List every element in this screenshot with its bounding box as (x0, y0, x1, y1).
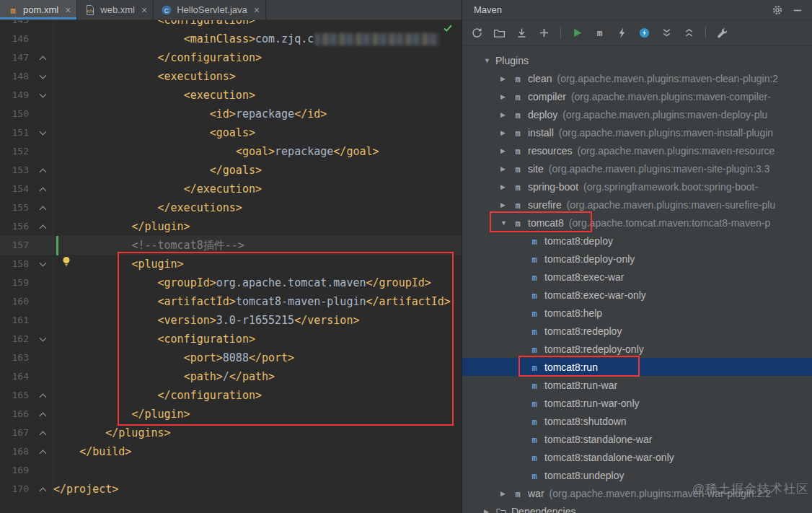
expand-all-button[interactable] (661, 27, 673, 39)
code-text[interactable]: <artifactId>tomcat8-maven-plugin</artifa… (53, 292, 451, 311)
code-text[interactable]: </project> (53, 480, 118, 499)
code-text[interactable]: </goals> (53, 161, 262, 180)
code-text[interactable]: <executions> (53, 67, 236, 86)
tree-collapsed-icon[interactable]: ▶ (499, 490, 512, 497)
maven-node-clean[interactable]: ▶mclean(org.apache.maven.plugins:maven-c… (462, 69, 812, 87)
code-text[interactable]: </build> (53, 442, 131, 461)
maven-node-spring-boot[interactable]: ▶mspring-boot(org.springframework.boot:s… (462, 177, 812, 196)
maven-node-tomcat8-shutdown[interactable]: mtomcat8:shutdown (462, 412, 812, 430)
fold-end-icon[interactable] (40, 225, 47, 232)
fold-start-icon[interactable] (40, 72, 47, 79)
tab-close-icon[interactable]: × (141, 5, 147, 15)
toggle-offline-button[interactable] (616, 27, 628, 39)
run-build-button[interactable] (571, 27, 583, 39)
fold-end-icon[interactable] (40, 188, 47, 195)
code-text[interactable]: <mainClass>com.zjq.c (53, 30, 441, 48)
tree-collapsed-icon[interactable]: ▶ (482, 508, 495, 513)
inspections-ok-icon[interactable] (442, 22, 454, 34)
fold-end-icon[interactable] (40, 169, 47, 176)
tab-close-icon[interactable]: × (65, 5, 71, 15)
tree-collapsed-icon[interactable]: ▶ (499, 147, 512, 154)
tree-collapsed-icon[interactable]: ▶ (499, 111, 512, 118)
maven-node-Dependencies[interactable]: ▶Dependencies (462, 502, 812, 513)
maven-node-surefire[interactable]: ▶msurefire(org.apache.maven.plugins:mave… (462, 196, 812, 214)
fold-gutter[interactable] (35, 480, 53, 499)
code-text[interactable]: </plugin> (53, 217, 190, 236)
code-text[interactable]: <plugin> (53, 255, 184, 273)
code-text[interactable]: <configuration> (53, 20, 255, 30)
maven-node-tomcat8-exec-war[interactable]: mtomcat8:exec-war (462, 268, 812, 286)
fold-gutter[interactable] (35, 86, 53, 105)
maven-node-tomcat8-standalone-war-only[interactable]: mtomcat8:standalone-war-only (462, 448, 812, 466)
code-text[interactable]: </execution> (53, 180, 262, 198)
add-maven-project-button[interactable] (538, 27, 550, 39)
execute-goal-button[interactable]: m (593, 27, 606, 39)
fold-end-icon[interactable] (40, 431, 47, 439)
fold-end-icon[interactable] (40, 413, 47, 420)
fold-end-icon[interactable] (40, 206, 47, 214)
maven-node-deploy[interactable]: ▶mdeploy(org.apache.maven.plugins:maven-… (462, 105, 812, 123)
editor[interactable]: 145 <configuration>146 <mainClass>com.zj… (0, 20, 462, 513)
fold-start-icon[interactable] (40, 128, 47, 136)
maven-node-Plugins[interactable]: ▼Plugins (462, 51, 812, 69)
maven-settings-button[interactable] (716, 27, 728, 39)
tree-collapsed-icon[interactable]: ▶ (499, 165, 512, 172)
maven-node-compiler[interactable]: ▶mcompiler(org.apache.maven.plugins:mave… (462, 87, 812, 105)
fold-end-icon[interactable] (40, 394, 47, 401)
skip-tests-button[interactable] (638, 27, 650, 39)
fold-end-icon[interactable] (40, 450, 47, 457)
code-text[interactable]: <configuration> (53, 330, 255, 348)
fold-gutter[interactable] (35, 442, 53, 461)
fold-start-icon[interactable] (40, 335, 47, 342)
download-sources-button[interactable] (516, 27, 528, 39)
maven-node-tomcat8-run-war-only[interactable]: mtomcat8:run-war-only (462, 394, 812, 412)
maven-node-resources[interactable]: ▶mresources(org.apache.maven.plugins:mav… (462, 141, 812, 159)
fold-gutter[interactable] (35, 198, 53, 217)
settings-gear-icon[interactable] (772, 4, 783, 16)
tree-collapsed-icon[interactable]: ▶ (499, 75, 512, 82)
generate-sources-button[interactable] (493, 27, 506, 39)
maven-node-tomcat8-help[interactable]: mtomcat8:help (462, 304, 812, 322)
code-text[interactable]: </plugins> (53, 424, 171, 442)
maven-node-site[interactable]: ▶msite(org.apache.maven.plugins:maven-si… (462, 159, 812, 177)
fold-start-icon[interactable] (40, 91, 47, 98)
code-text[interactable]: <!--tomcat8插件--> (53, 236, 244, 255)
maven-node-tomcat8-run-war[interactable]: mtomcat8:run-war (462, 376, 812, 394)
fold-gutter[interactable] (35, 67, 53, 86)
editor-tab-pom-xml[interactable]: mpom.xml× (0, 0, 77, 19)
editor-tab-HelloServlet-java[interactable]: CHelloServlet.java× (154, 0, 266, 19)
reimport-button[interactable] (471, 27, 483, 39)
code-text[interactable]: <port>8088</port> (53, 348, 294, 367)
code-text[interactable]: </executions> (53, 198, 242, 217)
tree-expanded-icon[interactable]: ▼ (499, 219, 512, 227)
code-text[interactable]: <groupId>org.apache.tomcat.maven</groupI… (53, 273, 431, 292)
tab-close-icon[interactable]: × (254, 5, 260, 15)
hide-icon[interactable] (792, 4, 803, 16)
maven-node-tomcat8-deploy-only[interactable]: mtomcat8:deploy-only (462, 250, 812, 268)
maven-node-tomcat8-redeploy-only[interactable]: mtomcat8:redeploy-only (462, 340, 812, 358)
code-text[interactable]: <id>repackage</id> (53, 105, 327, 123)
tree-expanded-icon[interactable]: ▼ (482, 57, 495, 64)
code-text[interactable]: </plugin> (53, 405, 190, 424)
maven-node-tomcat8[interactable]: ▼mtomcat8(org.apache.tomcat.maven:tomcat… (462, 214, 812, 232)
fold-start-icon[interactable] (40, 260, 47, 267)
maven-node-tomcat8-deploy[interactable]: mtomcat8:deploy (462, 232, 812, 250)
fold-gutter[interactable] (35, 424, 53, 442)
intention-bulb-icon[interactable] (61, 255, 72, 267)
code-text[interactable]: <goals> (53, 123, 255, 142)
code-text[interactable]: <goal>repackage</goal> (53, 142, 379, 161)
maven-node-tomcat8-exec-war-only[interactable]: mtomcat8:exec-war-only (462, 286, 812, 304)
fold-gutter[interactable] (35, 161, 53, 180)
fold-gutter[interactable] (35, 386, 53, 405)
code-text[interactable]: <execution> (53, 86, 255, 105)
fold-gutter[interactable] (35, 217, 53, 236)
code-text[interactable]: <version>3.0-r1655215</version> (53, 311, 359, 330)
fold-gutter[interactable] (35, 330, 53, 348)
code-text[interactable]: <path>/</path> (53, 367, 275, 386)
tree-collapsed-icon[interactable]: ▶ (499, 201, 512, 209)
fold-gutter[interactable] (35, 48, 53, 67)
fold-end-icon[interactable] (40, 56, 47, 63)
fold-gutter[interactable] (35, 405, 53, 424)
maven-node-tomcat8-standalone-war[interactable]: mtomcat8:standalone-war (462, 430, 812, 448)
collapse-all-button[interactable] (683, 27, 695, 39)
